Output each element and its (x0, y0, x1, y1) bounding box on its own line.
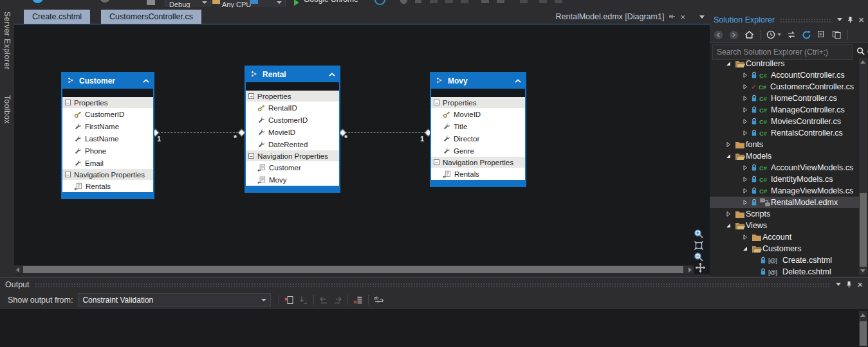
property-row[interactable]: Email (62, 157, 153, 169)
collapse-minus-icon[interactable]: − (434, 159, 439, 165)
collapse-all-icon[interactable] (817, 30, 826, 39)
run-icon[interactable] (294, 0, 299, 6)
expander-collapsed-icon[interactable] (742, 107, 751, 113)
collapse-chevron-icon[interactable] (328, 72, 336, 77)
properties-section-header[interactable]: − Properties (62, 97, 153, 108)
scrollbar-thumb[interactable] (860, 193, 867, 267)
navigation-property-row[interactable]: Customer (246, 161, 339, 174)
property-row[interactable]: Title (431, 120, 525, 132)
pin-icon[interactable] (669, 13, 676, 21)
entity-header[interactable]: Rental (246, 67, 339, 82)
tree-item-models[interactable]: Models (710, 150, 859, 162)
scroll-up-icon[interactable] (860, 314, 865, 317)
navigation-section-header[interactable]: − Navigation Properties (62, 169, 153, 180)
toolbar-icon[interactable] (100, 0, 110, 3)
expander-collapsed-icon[interactable] (742, 234, 751, 240)
properties-icon[interactable] (832, 30, 842, 39)
property-row[interactable]: RentalID (246, 102, 339, 114)
entity-rental[interactable]: Rental − Properties RentalID CustomerID … (245, 66, 340, 193)
zoom-fit-icon[interactable] (694, 240, 704, 251)
collapse-minus-icon[interactable]: − (248, 153, 254, 159)
output-titlebar[interactable]: Output × (0, 278, 868, 291)
save-all-icon[interactable] (250, 0, 258, 4)
back-icon[interactable] (714, 30, 723, 40)
property-row[interactable]: Director (431, 132, 525, 145)
navigation-section-header[interactable]: − Navigation Properties (246, 150, 339, 161)
horizontal-scrollbar[interactable] (14, 265, 694, 274)
vertical-scrollbar[interactable] (859, 311, 867, 346)
close-icon[interactable]: × (858, 15, 864, 24)
tree-item-folder[interactable]: Account (710, 231, 859, 243)
tree-item-file[interactable]: C#MoviesController.cs (710, 116, 859, 127)
pin-icon[interactable] (847, 16, 854, 24)
expander-expanded-icon[interactable] (725, 153, 734, 159)
toolbox-tab[interactable]: Toolbox (3, 95, 12, 124)
output-source-dropdown[interactable]: Constraint Validation (78, 293, 271, 307)
expander-expanded-icon[interactable] (725, 60, 734, 67)
window-position-icon[interactable] (836, 283, 841, 286)
toolbar-icon[interactable] (520, 0, 528, 3)
window-position-icon[interactable] (837, 18, 842, 21)
expander-collapsed-icon[interactable] (742, 95, 751, 102)
expander-collapsed-icon[interactable] (742, 130, 751, 136)
toolbar-icon[interactable] (481, 0, 489, 3)
tree-item-folder[interactable]: fonts (710, 139, 859, 150)
scroll-down-icon[interactable] (860, 269, 865, 272)
toolbar-icon[interactable] (497, 0, 504, 3)
expander-collapsed-icon[interactable] (742, 165, 751, 171)
property-row[interactable]: MovieID (246, 126, 339, 138)
expander-collapsed-icon[interactable] (725, 211, 734, 217)
association-customer-rental[interactable] (154, 132, 245, 133)
property-row[interactable]: CustomerID (246, 114, 339, 126)
navigation-section-header[interactable]: − Navigation Properties (431, 157, 525, 168)
expander-collapsed-icon[interactable] (742, 188, 751, 194)
close-icon[interactable]: × (680, 12, 685, 22)
toolbar-icon[interactable] (461, 0, 468, 3)
expander-collapsed-icon[interactable] (742, 84, 751, 90)
scroll-up-icon[interactable] (860, 60, 865, 64)
property-row[interactable]: FirstName (62, 120, 153, 132)
expander-expanded-icon[interactable] (742, 245, 751, 252)
navigation-property-row[interactable]: Movy (246, 174, 339, 186)
search-icon[interactable] (400, 0, 407, 4)
property-row[interactable]: LastName (62, 132, 153, 145)
tree-item-file[interactable]: [@]Create.cshtml (710, 254, 859, 266)
zoom-out-icon[interactable] (694, 252, 704, 262)
pending-changes-filter-icon[interactable] (766, 30, 781, 39)
find-message-icon[interactable] (284, 296, 294, 305)
entity-header[interactable]: Movy (431, 73, 525, 89)
property-row[interactable]: MovieID (431, 108, 525, 120)
toolbar-icon[interactable] (415, 0, 421, 3)
edmx-designer-canvas[interactable]: 1 * * 1 Customer − Properties CustomerID… (14, 24, 710, 274)
tree-item-views[interactable]: Views (710, 220, 859, 231)
property-row[interactable]: Genre (431, 145, 525, 157)
vertical-scrollbar[interactable] (859, 58, 867, 275)
expander-collapsed-icon[interactable] (742, 72, 751, 78)
scrollbar-thumb[interactable] (860, 321, 867, 346)
collapse-minus-icon[interactable]: − (65, 100, 71, 105)
expander-expanded-icon[interactable] (725, 222, 734, 229)
tree-item-controllers[interactable]: Controllers (710, 58, 859, 69)
collapse-minus-icon[interactable]: − (434, 100, 439, 105)
collapse-minus-icon[interactable]: − (65, 172, 71, 177)
tree-item-customers-folder[interactable]: Customers (710, 243, 859, 254)
save-icon[interactable] (212, 0, 220, 4)
tree-item-folder[interactable]: Scripts (710, 208, 859, 220)
clear-all-icon[interactable] (353, 296, 363, 305)
navigation-property-row[interactable]: Rentals (62, 180, 153, 192)
tab-customerscontroller[interactable]: CustomersController.cs (101, 10, 201, 24)
configuration-dropdown[interactable]: Debug (165, 0, 211, 6)
tree-item-file[interactable]: C#AccountController.cs (710, 69, 859, 81)
home-icon[interactable] (744, 30, 754, 39)
property-row[interactable]: Phone (62, 145, 153, 157)
scrollbar-thumb[interactable] (23, 266, 683, 273)
entity-movy[interactable]: Movy − Properties MovieID Title Director… (430, 72, 526, 187)
properties-section-header[interactable]: − Properties (246, 91, 339, 102)
tree-item-file[interactable]: [@]Delete.cshtml (710, 266, 859, 276)
tree-item-file[interactable]: C#ManageController.cs (710, 104, 859, 116)
zoom-in-icon[interactable] (694, 229, 704, 239)
word-wrap-icon[interactable]: ab (374, 296, 384, 304)
toolbar-icon[interactable] (430, 0, 438, 3)
search-icon[interactable] (856, 47, 865, 56)
tree-item-file[interactable]: C#RentalsController.cs (710, 127, 859, 139)
